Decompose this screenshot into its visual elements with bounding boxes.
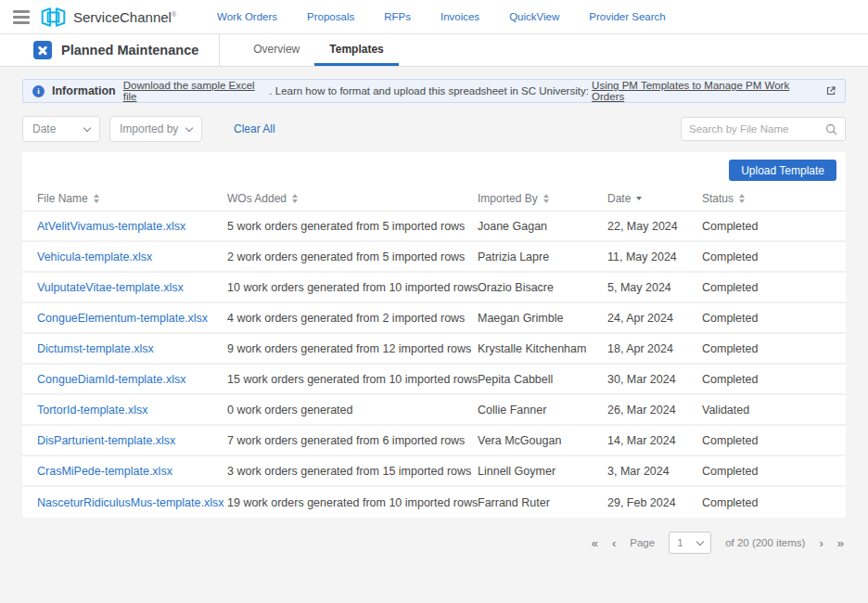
- table-row: Vehicula-template.xlsx2 work orders gene…: [22, 242, 846, 273]
- date-cell: 26, Mar 2024: [607, 404, 702, 417]
- table-row: CongueElementum-template.xlsx4 work orde…: [22, 303, 846, 334]
- sort-icon[interactable]: [739, 194, 745, 203]
- table-row: TortorId-template.xlsx0 work orders gene…: [22, 395, 846, 426]
- status-cell: Completed: [702, 373, 846, 386]
- banner-text: Learn how to format and upload this spre…: [275, 85, 592, 96]
- table-body: AtVelitVivamus-template.xlsx5 work order…: [22, 212, 846, 518]
- status-cell: Completed: [702, 281, 846, 294]
- file-link[interactable]: CrasMiPede-template.xlsx: [37, 465, 227, 478]
- wos-added-cell: 9 work orders generated from 12 imported…: [227, 342, 478, 355]
- primary-nav: Work Orders Proposals RFPs Invoices Quic…: [217, 11, 666, 22]
- sub-header: Planned Maintenance Overview Templates: [0, 34, 868, 67]
- previous-page-icon[interactable]: ‹: [612, 537, 616, 549]
- download-sample-link[interactable]: Download the sample Excel file: [123, 80, 270, 102]
- date-cell: 29, Feb 2024: [607, 496, 702, 509]
- tab-overview[interactable]: Overview: [238, 34, 314, 66]
- nav-proposals[interactable]: Proposals: [307, 11, 354, 22]
- file-link[interactable]: Dictumst-template.xlsx: [37, 342, 227, 355]
- page-select-dropdown[interactable]: 1: [669, 532, 711, 554]
- next-page-icon[interactable]: ›: [819, 537, 823, 549]
- imported-by-filter-label: Imported by: [120, 122, 178, 135]
- status-cell: Completed: [702, 434, 846, 447]
- header-date: Date: [607, 192, 702, 205]
- file-link[interactable]: CongueDiamId-template.xlsx: [37, 373, 227, 386]
- status-cell: Completed: [702, 220, 846, 233]
- table-row: DisParturient-template.xlsx7 work orders…: [22, 426, 846, 456]
- chevron-down-icon: [185, 123, 193, 131]
- filter-bar: Date Imported by Clear All: [22, 116, 846, 142]
- imported-by-cell: Patrizia Lapre: [478, 250, 607, 263]
- file-link[interactable]: TortorId-template.xlsx: [37, 404, 227, 417]
- table-row: CrasMiPede-template.xlsx3 work orders ge…: [22, 456, 846, 487]
- table-row: VulputateVitae-template.xlsx10 work orde…: [22, 273, 846, 303]
- imported-by-filter-dropdown[interactable]: Imported by: [109, 116, 202, 142]
- date-cell: 5, May 2024: [607, 281, 702, 294]
- table-row: Dictumst-template.xlsx9 work orders gene…: [22, 334, 846, 365]
- chevron-down-icon: [696, 537, 704, 545]
- table-row: CongueDiamId-template.xlsx15 work orders…: [22, 365, 846, 395]
- nav-work-orders[interactable]: Work Orders: [217, 11, 277, 22]
- nav-rfps[interactable]: RFPs: [384, 11, 411, 22]
- sort-icon[interactable]: [292, 194, 298, 203]
- search-input[interactable]: [689, 123, 825, 135]
- logo-trademark: ®: [172, 11, 176, 18]
- header-file-name: File Name: [37, 192, 227, 205]
- header-imported-by-label: Imported By: [478, 192, 538, 205]
- tab-templates[interactable]: Templates: [314, 34, 398, 66]
- wos-added-cell: 3 work orders generated from 15 imported…: [227, 465, 478, 478]
- imported-by-cell: Joane Gagan: [478, 220, 607, 233]
- file-link[interactable]: VulputateVitae-template.xlsx: [37, 281, 227, 294]
- last-page-icon[interactable]: »: [837, 537, 844, 549]
- date-cell: 30, Mar 2024: [607, 373, 702, 386]
- sort-icon[interactable]: [94, 194, 99, 203]
- table-row: AtVelitVivamus-template.xlsx5 work order…: [22, 212, 846, 242]
- chevron-down-icon: [83, 123, 91, 131]
- nav-quickview[interactable]: QuickView: [509, 11, 559, 22]
- status-cell: Validated: [702, 404, 846, 417]
- header-status-label: Status: [702, 192, 734, 205]
- nav-provider-search[interactable]: Provider Search: [589, 11, 665, 22]
- external-link-icon: [826, 86, 836, 96]
- page-label: Page: [630, 537, 655, 548]
- file-link[interactable]: DisParturient-template.xlsx: [37, 434, 227, 447]
- date-cell: 24, Apr 2024: [607, 312, 702, 325]
- tab-bar: Overview Templates: [238, 34, 398, 66]
- main-content: i Information Download the sample Excel …: [0, 79, 868, 603]
- servicechannel-logo[interactable]: ServiceChannel®: [41, 6, 176, 28]
- imported-by-cell: Vera McGougan: [478, 434, 607, 447]
- header-wos-added: WOs Added: [227, 192, 478, 205]
- page-count-label: of 20 (200 items): [725, 537, 805, 548]
- date-cell: 3, Mar 2024: [607, 465, 702, 478]
- file-link[interactable]: AtVelitVivamus-template.xlsx: [37, 220, 227, 233]
- hamburger-menu-icon[interactable]: [13, 10, 30, 24]
- imported-by-cell: Collie Fanner: [478, 404, 607, 417]
- upload-template-button[interactable]: Upload Template: [729, 160, 836, 181]
- sort-desc-icon[interactable]: [636, 197, 642, 200]
- date-filter-dropdown[interactable]: Date: [22, 116, 100, 142]
- status-cell: Completed: [702, 342, 846, 355]
- imported-by-cell: Orazio Bisacre: [478, 281, 607, 294]
- status-cell: Completed: [702, 496, 846, 509]
- header-status: Status: [702, 192, 846, 205]
- status-cell: Completed: [702, 312, 846, 325]
- nav-invoices[interactable]: Invoices: [440, 11, 479, 22]
- clear-all-link[interactable]: Clear All: [234, 122, 275, 135]
- imported-by-cell: Farrand Ruter: [478, 496, 607, 509]
- file-link[interactable]: Vehicula-template.xlsx: [37, 250, 227, 263]
- sort-icon[interactable]: [543, 194, 549, 203]
- table-header: File Name WOs Added Imported By Date Sta…: [22, 186, 846, 212]
- servicechannel-logo-icon: [41, 6, 66, 28]
- search-box: [681, 117, 846, 141]
- search-icon[interactable]: [825, 123, 837, 135]
- wos-added-cell: 4 work orders generated from 2 imported …: [227, 312, 478, 325]
- wos-added-cell: 5 work orders generated from 5 imported …: [227, 220, 478, 233]
- wos-added-cell: 19 work orders generated from 10 importe…: [227, 496, 478, 509]
- divider: [219, 34, 220, 66]
- file-link[interactable]: NasceturRidiculusMus-template.xlsx: [37, 496, 227, 509]
- templates-card: Upload Template File Name WOs Added Impo…: [22, 152, 846, 518]
- header-imported-by: Imported By: [478, 192, 607, 205]
- file-link[interactable]: CongueElementum-template.xlsx: [37, 312, 227, 325]
- first-page-icon[interactable]: «: [592, 537, 598, 549]
- wos-added-cell: 7 work orders generated from 6 imported …: [227, 434, 478, 447]
- sc-university-link[interactable]: Using PM Templates to Manage PM Work Ord…: [592, 80, 822, 102]
